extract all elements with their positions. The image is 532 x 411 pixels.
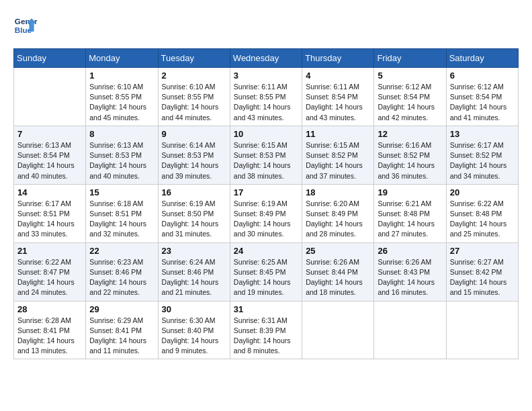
day-info: Sunrise: 6:11 AMSunset: 8:55 PMDaylight:… bbox=[234, 82, 298, 123]
day-info: Sunrise: 6:22 AMSunset: 8:47 PMDaylight:… bbox=[17, 257, 82, 298]
day-number: 23 bbox=[162, 246, 226, 256]
calendar-cell: 26Sunrise: 6:26 AMSunset: 8:43 PMDayligh… bbox=[374, 242, 446, 301]
day-number: 5 bbox=[378, 71, 442, 81]
day-info: Sunrise: 6:17 AMSunset: 8:51 PMDaylight:… bbox=[17, 199, 82, 240]
calendar-cell: 13Sunrise: 6:17 AMSunset: 8:52 PMDayligh… bbox=[446, 126, 518, 184]
day-info: Sunrise: 6:28 AMSunset: 8:41 PMDaylight:… bbox=[17, 316, 82, 357]
day-number: 21 bbox=[17, 246, 82, 256]
calendar-cell: 19Sunrise: 6:21 AMSunset: 8:48 PMDayligh… bbox=[374, 184, 446, 242]
logo-icon: General Blue bbox=[13, 13, 38, 38]
calendar-week-row: 14Sunrise: 6:17 AMSunset: 8:51 PMDayligh… bbox=[14, 184, 519, 242]
day-number: 18 bbox=[306, 187, 370, 197]
calendar-cell: 8Sunrise: 6:13 AMSunset: 8:53 PMDaylight… bbox=[86, 126, 158, 184]
calendar-week-row: 21Sunrise: 6:22 AMSunset: 8:47 PMDayligh… bbox=[14, 242, 519, 301]
day-info: Sunrise: 6:17 AMSunset: 8:52 PMDaylight:… bbox=[450, 140, 515, 181]
day-info: Sunrise: 6:15 AMSunset: 8:53 PMDaylight:… bbox=[234, 140, 298, 181]
day-number: 15 bbox=[89, 187, 154, 197]
calendar-cell bbox=[14, 68, 86, 126]
day-number: 2 bbox=[162, 71, 226, 81]
day-number: 11 bbox=[306, 129, 370, 139]
day-number: 24 bbox=[234, 246, 298, 256]
day-number: 16 bbox=[162, 187, 226, 197]
day-number: 7 bbox=[17, 129, 82, 139]
day-number: 13 bbox=[450, 129, 515, 139]
calendar-cell: 31Sunrise: 6:31 AMSunset: 8:39 PMDayligh… bbox=[230, 301, 302, 359]
day-info: Sunrise: 6:25 AMSunset: 8:45 PMDaylight:… bbox=[234, 257, 298, 298]
calendar-cell: 24Sunrise: 6:25 AMSunset: 8:45 PMDayligh… bbox=[230, 242, 302, 301]
calendar-cell: 25Sunrise: 6:26 AMSunset: 8:44 PMDayligh… bbox=[302, 242, 374, 301]
day-number: 20 bbox=[450, 187, 515, 197]
day-number: 10 bbox=[234, 129, 298, 139]
day-number: 29 bbox=[89, 304, 154, 314]
calendar-cell: 1Sunrise: 6:10 AMSunset: 8:55 PMDaylight… bbox=[86, 68, 158, 126]
day-info: Sunrise: 6:14 AMSunset: 8:53 PMDaylight:… bbox=[162, 140, 226, 181]
calendar-cell bbox=[446, 301, 518, 359]
weekday-header-friday: Friday bbox=[374, 49, 446, 68]
day-info: Sunrise: 6:26 AMSunset: 8:44 PMDaylight:… bbox=[306, 257, 370, 298]
calendar-cell: 27Sunrise: 6:27 AMSunset: 8:42 PMDayligh… bbox=[446, 242, 518, 301]
day-info: Sunrise: 6:19 AMSunset: 8:50 PMDaylight:… bbox=[162, 199, 226, 240]
day-info: Sunrise: 6:23 AMSunset: 8:46 PMDaylight:… bbox=[89, 257, 154, 298]
weekday-header-monday: Monday bbox=[86, 49, 158, 68]
day-number: 28 bbox=[17, 304, 82, 314]
day-number: 1 bbox=[89, 71, 154, 81]
calendar-cell: 29Sunrise: 6:29 AMSunset: 8:41 PMDayligh… bbox=[86, 301, 158, 359]
day-number: 31 bbox=[234, 304, 298, 314]
calendar-cell: 23Sunrise: 6:24 AMSunset: 8:46 PMDayligh… bbox=[158, 242, 230, 301]
calendar-cell: 28Sunrise: 6:28 AMSunset: 8:41 PMDayligh… bbox=[14, 301, 86, 359]
calendar-cell: 5Sunrise: 6:12 AMSunset: 8:54 PMDaylight… bbox=[374, 68, 446, 126]
day-info: Sunrise: 6:30 AMSunset: 8:40 PMDaylight:… bbox=[162, 316, 226, 357]
calendar-cell: 21Sunrise: 6:22 AMSunset: 8:47 PMDayligh… bbox=[14, 242, 86, 301]
day-info: Sunrise: 6:22 AMSunset: 8:48 PMDaylight:… bbox=[450, 199, 515, 240]
day-info: Sunrise: 6:21 AMSunset: 8:48 PMDaylight:… bbox=[378, 199, 442, 240]
day-number: 30 bbox=[162, 304, 226, 314]
day-number: 8 bbox=[89, 129, 154, 139]
page-header: General Blue bbox=[13, 13, 519, 38]
weekday-header-thursday: Thursday bbox=[302, 49, 374, 68]
calendar-week-row: 28Sunrise: 6:28 AMSunset: 8:41 PMDayligh… bbox=[14, 301, 519, 359]
day-info: Sunrise: 6:11 AMSunset: 8:54 PMDaylight:… bbox=[306, 82, 370, 123]
day-info: Sunrise: 6:12 AMSunset: 8:54 PMDaylight:… bbox=[378, 82, 442, 123]
weekday-header-tuesday: Tuesday bbox=[158, 49, 230, 68]
calendar-cell: 22Sunrise: 6:23 AMSunset: 8:46 PMDayligh… bbox=[86, 242, 158, 301]
day-number: 6 bbox=[450, 71, 515, 81]
day-number: 12 bbox=[378, 129, 442, 139]
calendar-cell: 15Sunrise: 6:18 AMSunset: 8:51 PMDayligh… bbox=[86, 184, 158, 242]
calendar-cell: 9Sunrise: 6:14 AMSunset: 8:53 PMDaylight… bbox=[158, 126, 230, 184]
day-number: 22 bbox=[89, 246, 154, 256]
calendar-cell: 10Sunrise: 6:15 AMSunset: 8:53 PMDayligh… bbox=[230, 126, 302, 184]
day-info: Sunrise: 6:10 AMSunset: 8:55 PMDaylight:… bbox=[89, 82, 154, 123]
day-number: 4 bbox=[306, 71, 370, 81]
day-info: Sunrise: 6:12 AMSunset: 8:54 PMDaylight:… bbox=[450, 82, 515, 123]
calendar-cell: 17Sunrise: 6:19 AMSunset: 8:49 PMDayligh… bbox=[230, 184, 302, 242]
calendar-cell: 3Sunrise: 6:11 AMSunset: 8:55 PMDaylight… bbox=[230, 68, 302, 126]
day-info: Sunrise: 6:24 AMSunset: 8:46 PMDaylight:… bbox=[162, 257, 226, 298]
day-number: 26 bbox=[378, 246, 442, 256]
calendar-cell: 30Sunrise: 6:30 AMSunset: 8:40 PMDayligh… bbox=[158, 301, 230, 359]
day-info: Sunrise: 6:16 AMSunset: 8:52 PMDaylight:… bbox=[378, 140, 442, 181]
day-info: Sunrise: 6:18 AMSunset: 8:51 PMDaylight:… bbox=[89, 199, 154, 240]
day-info: Sunrise: 6:31 AMSunset: 8:39 PMDaylight:… bbox=[234, 316, 298, 357]
calendar-week-row: 7Sunrise: 6:13 AMSunset: 8:54 PMDaylight… bbox=[14, 126, 519, 184]
calendar-cell bbox=[302, 301, 374, 359]
day-info: Sunrise: 6:13 AMSunset: 8:54 PMDaylight:… bbox=[17, 140, 82, 181]
day-info: Sunrise: 6:27 AMSunset: 8:42 PMDaylight:… bbox=[450, 257, 515, 298]
calendar-cell: 4Sunrise: 6:11 AMSunset: 8:54 PMDaylight… bbox=[302, 68, 374, 126]
day-info: Sunrise: 6:15 AMSunset: 8:52 PMDaylight:… bbox=[306, 140, 370, 181]
weekday-header-sunday: Sunday bbox=[14, 49, 86, 68]
calendar-cell: 16Sunrise: 6:19 AMSunset: 8:50 PMDayligh… bbox=[158, 184, 230, 242]
day-number: 25 bbox=[306, 246, 370, 256]
calendar-table: SundayMondayTuesdayWednesdayThursdayFrid… bbox=[13, 48, 519, 359]
day-info: Sunrise: 6:10 AMSunset: 8:55 PMDaylight:… bbox=[162, 82, 226, 123]
calendar-cell: 18Sunrise: 6:20 AMSunset: 8:49 PMDayligh… bbox=[302, 184, 374, 242]
day-info: Sunrise: 6:19 AMSunset: 8:49 PMDaylight:… bbox=[234, 199, 298, 240]
day-number: 19 bbox=[378, 187, 442, 197]
day-number: 27 bbox=[450, 246, 515, 256]
calendar-cell: 6Sunrise: 6:12 AMSunset: 8:54 PMDaylight… bbox=[446, 68, 518, 126]
calendar-cell bbox=[374, 301, 446, 359]
day-info: Sunrise: 6:20 AMSunset: 8:49 PMDaylight:… bbox=[306, 199, 370, 240]
calendar-cell: 11Sunrise: 6:15 AMSunset: 8:52 PMDayligh… bbox=[302, 126, 374, 184]
day-number: 14 bbox=[17, 187, 82, 197]
day-number: 3 bbox=[234, 71, 298, 81]
calendar-cell: 2Sunrise: 6:10 AMSunset: 8:55 PMDaylight… bbox=[158, 68, 230, 126]
